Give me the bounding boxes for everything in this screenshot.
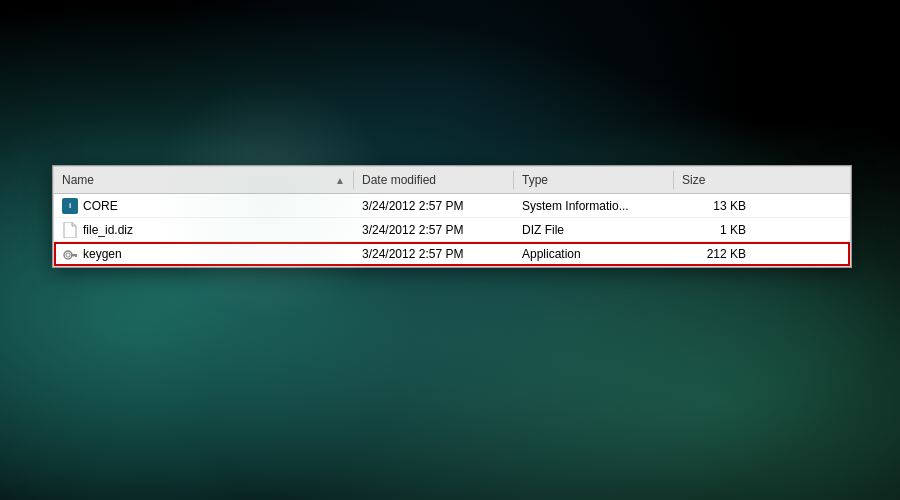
file-size-label: 1 KB (720, 223, 746, 237)
file-type-cell: DIZ File (514, 221, 674, 239)
file-name-cell: file_id.diz (54, 220, 354, 240)
table-row[interactable]: file_id.diz 3/24/2012 2:57 PM DIZ File 1… (54, 218, 850, 242)
column-size[interactable]: Size (674, 171, 754, 189)
svg-rect-3 (75, 254, 77, 257)
svg-rect-4 (73, 254, 75, 257)
svg-point-0 (64, 251, 72, 259)
file-date-label: 3/24/2012 2:57 PM (362, 247, 463, 261)
file-size-cell: 1 KB (674, 221, 754, 239)
file-date-cell: 3/24/2012 2:57 PM (354, 221, 514, 239)
file-name-label: file_id.diz (83, 223, 133, 237)
file-name-label: CORE (83, 199, 118, 213)
file-name-label: keygen (83, 247, 122, 261)
sort-arrow-icon: ▲ (335, 175, 345, 186)
column-date[interactable]: Date modified (354, 171, 514, 189)
file-type-label: System Informatio... (522, 199, 629, 213)
file-date-cell: 3/24/2012 2:57 PM (354, 197, 514, 215)
file-list: Name ▲ Date modified Type Size i CORE 3/… (53, 166, 851, 267)
table-row[interactable]: i CORE 3/24/2012 2:57 PM System Informat… (54, 194, 850, 218)
file-size-cell: 13 KB (674, 197, 754, 215)
file-date-label: 3/24/2012 2:57 PM (362, 223, 463, 237)
column-header-row: Name ▲ Date modified Type Size (54, 167, 850, 194)
column-size-label: Size (682, 173, 705, 187)
file-name-cell: i CORE (54, 196, 354, 216)
file-size-cell: 212 KB (674, 245, 754, 263)
column-type-label: Type (522, 173, 548, 187)
core-icon: i (62, 198, 78, 214)
file-date-label: 3/24/2012 2:57 PM (362, 199, 463, 213)
column-name[interactable]: Name ▲ (54, 171, 354, 189)
file-date-cell: 3/24/2012 2:57 PM (354, 245, 514, 263)
exe-icon (62, 246, 78, 262)
file-type-cell: Application (514, 245, 674, 263)
column-type[interactable]: Type (514, 171, 674, 189)
file-type-label: Application (522, 247, 581, 261)
column-name-label: Name (62, 173, 94, 187)
explorer-window: Name ▲ Date modified Type Size i CORE 3/… (52, 165, 852, 268)
file-type-label: DIZ File (522, 223, 564, 237)
svg-point-1 (66, 253, 70, 257)
file-icon (62, 222, 78, 238)
file-type-cell: System Informatio... (514, 197, 674, 215)
file-size-label: 13 KB (713, 199, 746, 213)
table-row[interactable]: keygen 3/24/2012 2:57 PM Application 212… (54, 242, 850, 266)
file-size-label: 212 KB (707, 247, 746, 261)
column-date-label: Date modified (362, 173, 436, 187)
file-name-cell: keygen (54, 244, 354, 264)
